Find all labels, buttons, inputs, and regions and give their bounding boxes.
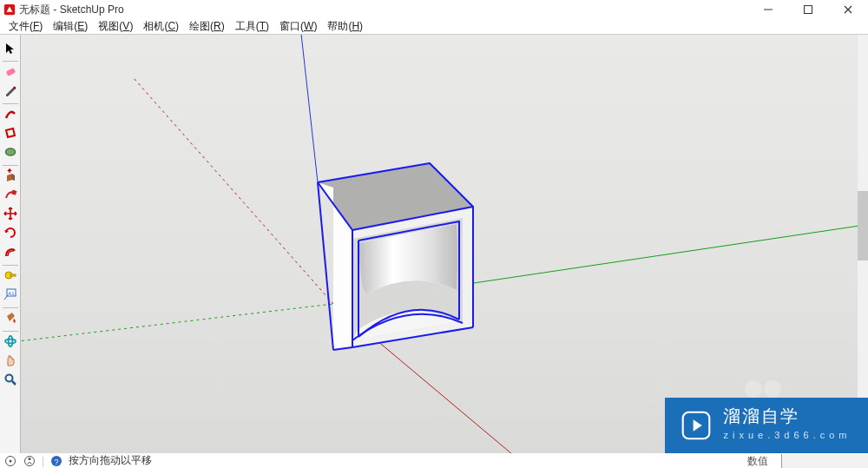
measurement-label: 数值 — [739, 454, 777, 468]
svg-text:?: ? — [55, 457, 59, 465]
offset-tool[interactable] — [1, 244, 20, 263]
watermark-banner: 溜溜自学 zixue.3d66.com — [665, 398, 868, 453]
menu-window[interactable]: 窗口(W) — [274, 17, 322, 36]
paint-tool[interactable] — [1, 310, 20, 329]
followme-icon — [3, 188, 17, 205]
zoom-tool[interactable] — [1, 372, 20, 391]
select-tool[interactable] — [1, 40, 20, 59]
window-controls — [748, 0, 868, 19]
orbit-tool[interactable] — [1, 333, 20, 353]
workspace: A1 — [0, 35, 868, 453]
window-title: 无标题 - SketchUp Pro — [19, 3, 124, 17]
svg-point-12 — [8, 336, 12, 346]
bucket-icon — [3, 311, 17, 328]
status-hint: 按方向拖动以平移 — [69, 453, 152, 468]
rotate-icon — [3, 226, 17, 243]
svg-point-25 — [10, 459, 12, 462]
text-icon: A1 — [3, 287, 17, 305]
scrollbar-thumb[interactable] — [858, 191, 868, 260]
svg-text:A1: A1 — [8, 291, 15, 296]
svg-point-4 — [5, 148, 15, 155]
svg-line-10 — [4, 295, 8, 300]
line-tool[interactable] — [1, 82, 20, 102]
svg-rect-5 — [11, 189, 16, 194]
vertical-scrollbar[interactable] — [858, 35, 868, 398]
svg-line-19 — [318, 182, 333, 350]
circle-tool[interactable] — [1, 144, 20, 163]
pushpull-tool[interactable] — [1, 168, 20, 187]
credits-icon[interactable] — [23, 454, 36, 468]
tape-icon — [3, 268, 17, 286]
zoom-icon — [3, 372, 17, 390]
titlebar: 无标题 - SketchUp Pro — [0, 0, 868, 19]
move-icon — [3, 207, 17, 224]
menu-camera[interactable]: 相机(C) — [138, 17, 184, 36]
move-tool[interactable] — [1, 206, 20, 225]
menu-view[interactable]: 视图(V) — [93, 17, 138, 36]
model-cube[interactable] — [318, 163, 473, 350]
text-tool[interactable]: A1 — [1, 287, 20, 306]
menu-edit[interactable]: 编辑(E) — [48, 17, 93, 36]
hand-icon — [3, 353, 17, 371]
menu-tools[interactable]: 工具(T) — [230, 17, 274, 36]
arc-tool[interactable] — [1, 106, 20, 125]
menu-help[interactable]: 帮助(H) — [322, 17, 368, 36]
measurement-input[interactable] — [781, 454, 868, 468]
svg-point-27 — [28, 457, 30, 459]
pan-tool[interactable] — [1, 353, 20, 372]
help-icon[interactable]: ? — [49, 454, 63, 468]
pushpull-icon — [3, 168, 17, 186]
viewport-3d[interactable] — [21, 35, 868, 453]
svg-rect-3 — [5, 68, 16, 76]
watermark-domain: zixue.3d66.com — [723, 425, 851, 445]
eraser-icon — [3, 64, 17, 82]
orbit-icon — [3, 334, 17, 352]
followme-tool[interactable] — [1, 187, 20, 206]
menu-draw[interactable]: 绘图(R) — [184, 17, 230, 36]
svg-point-13 — [5, 375, 12, 382]
svg-rect-2 — [805, 6, 812, 14]
tape-tool[interactable] — [1, 267, 20, 287]
svg-rect-7 — [10, 274, 16, 276]
app-icon — [3, 3, 16, 16]
maximize-button[interactable] — [788, 0, 828, 19]
axis-blue-pos — [300, 35, 318, 182]
svg-line-14 — [12, 381, 16, 385]
axis-red-neg — [134, 78, 333, 304]
close-button[interactable] — [828, 0, 868, 19]
svg-point-11 — [5, 339, 16, 344]
rotate-tool[interactable] — [1, 225, 20, 244]
offset-icon — [3, 245, 17, 262]
rectangle-tool[interactable] — [1, 125, 20, 144]
play-icon — [681, 411, 711, 440]
toolbar: A1 — [0, 35, 21, 453]
menubar: 文件(F) 编辑(E) 视图(V) 相机(C) 绘图(R) 工具(T) 窗口(W… — [0, 19, 868, 35]
watermark-text: 溜溜自学 — [723, 406, 851, 425]
menu-file[interactable]: 文件(F) — [3, 17, 48, 36]
pencil-icon — [3, 83, 17, 101]
statusbar: | ? 按方向拖动以平移 — [0, 453, 868, 468]
circle-icon — [3, 145, 17, 162]
pointer-icon — [3, 42, 16, 58]
minimize-button[interactable] — [748, 0, 788, 19]
instructor-toggle-icon[interactable] — [745, 380, 781, 398]
axis-green-neg — [21, 304, 333, 343]
arc-icon — [3, 107, 17, 124]
rectangle-icon — [3, 126, 17, 143]
eraser-tool[interactable] — [1, 63, 20, 82]
geolocate-icon[interactable] — [3, 454, 17, 468]
